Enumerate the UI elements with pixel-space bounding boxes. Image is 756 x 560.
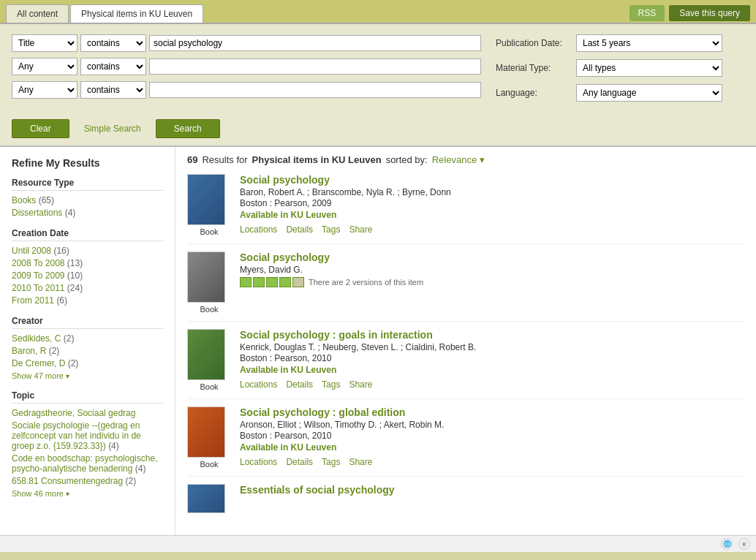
result-avail-3: Available in KU Leuven xyxy=(240,365,744,375)
publication-date-select[interactable]: Last 5 yearsLast 10 yearsLast yearAny ti… xyxy=(576,34,722,52)
result-title-5[interactable]: Essentials of social psychology xyxy=(240,484,395,496)
language-row: Language: Any languageEnglishDutch xyxy=(496,84,744,102)
book-cover-5 xyxy=(187,484,225,513)
facet-link-topic2[interactable]: Sociale psychologie --(gedrag en zelfcon… xyxy=(12,420,141,451)
main-results: 69 Results for Physical items in KU Leuv… xyxy=(175,147,756,535)
share-link-1[interactable]: Share xyxy=(349,224,372,235)
list-item: 2009 To 2009 (10) xyxy=(12,270,163,281)
locations-link-3[interactable]: Locations xyxy=(240,379,277,390)
share-link-3[interactable]: Share xyxy=(349,379,372,390)
result-thumbnail-5 xyxy=(187,484,231,513)
facet-count-books: (65) xyxy=(39,195,54,205)
details-link-1[interactable]: Details xyxy=(286,224,313,235)
share-link-4[interactable]: Share xyxy=(349,457,372,467)
show-more-creator[interactable]: Show 47 more ▾ xyxy=(12,371,163,380)
facet-count: (4) xyxy=(135,463,146,474)
result-title-2[interactable]: Social psychology xyxy=(240,251,330,263)
facet-count: (6) xyxy=(56,295,67,306)
locations-link-1[interactable]: Locations xyxy=(240,224,277,235)
facet-count: (10) xyxy=(67,270,83,281)
result-type-3: Book xyxy=(187,382,231,391)
book-cover-1 xyxy=(187,174,225,225)
search-row-2: AnyTitleAuthorSubject containsdoes not c… xyxy=(12,58,481,75)
search-input-2[interactable] xyxy=(149,58,481,75)
book-cover-3 xyxy=(187,329,225,380)
search-panel: TitleAnyAuthorSubject containsdoes not c… xyxy=(0,24,756,147)
tab-physical-items[interactable]: Physical items in KU Leuven xyxy=(70,4,203,23)
version-seg xyxy=(266,277,278,287)
table-row: Book Social psychology : goals in intera… xyxy=(187,329,744,399)
list-item: Gedragstheorie, Sociaal gedrag xyxy=(12,408,163,418)
facet-count: (2) xyxy=(68,358,79,368)
language-select[interactable]: Any languageEnglishDutch xyxy=(576,84,722,102)
field-select-1[interactable]: TitleAnyAuthorSubject xyxy=(12,34,78,52)
simple-search-link[interactable]: Simple Search xyxy=(84,124,141,134)
clear-button[interactable]: Clear xyxy=(12,119,69,138)
status-bar: 🌐 e xyxy=(0,535,756,552)
search-button[interactable]: Search xyxy=(156,119,220,138)
material-type-select[interactable]: All typesBooksArticles xyxy=(576,59,722,77)
facet-link-decremer[interactable]: De Cremer, D xyxy=(12,358,65,368)
material-type-row: Material Type: All typesBooksArticles xyxy=(496,59,744,77)
facet-link-from2011[interactable]: From 2011 xyxy=(12,295,54,306)
facet-link-topic1[interactable]: Gedragstheorie, Sociaal gedrag xyxy=(12,408,135,418)
result-pub-3: Boston : Pearson, 2010 xyxy=(240,353,744,363)
result-title-1[interactable]: Social psychology xyxy=(240,174,330,186)
facet-link-dissertations[interactable]: Dissertations xyxy=(12,208,62,218)
list-item: Code en boodschap: psychologische, psych… xyxy=(12,453,163,474)
show-more-topic[interactable]: Show 46 more ▾ xyxy=(12,489,163,498)
facet-resource-type-title: Resource Type xyxy=(12,178,163,191)
facet-resource-type: Resource Type Books (65) Dissertations (… xyxy=(12,178,163,218)
search-input-1[interactable] xyxy=(149,35,481,51)
tags-link-4[interactable]: Tags xyxy=(322,457,340,467)
tab-all-content[interactable]: All content xyxy=(6,4,69,23)
result-title-3[interactable]: Social psychology : goals in interaction xyxy=(240,329,433,341)
facet-link-2009to2009[interactable]: 2009 To 2009 xyxy=(12,270,65,281)
field-select-2[interactable]: AnyTitleAuthorSubject xyxy=(12,58,78,75)
table-row: Book Social psychology : global edition … xyxy=(187,406,744,477)
facet-link-sedikides[interactable]: Sedikides, C xyxy=(12,333,61,344)
tags-link-3[interactable]: Tags xyxy=(322,379,340,390)
results-header: 69 Results for Physical items in KU Leuv… xyxy=(187,154,744,165)
facet-count: (16) xyxy=(53,246,69,256)
facet-link-2010to2011[interactable]: 2010 To 2011 xyxy=(12,283,65,293)
save-query-button[interactable]: Save this query xyxy=(669,5,750,21)
list-item: Dissertations (4) xyxy=(12,208,163,218)
facet-count: (2) xyxy=(125,476,136,486)
sort-relevance-link[interactable]: Relevance ▾ xyxy=(432,154,485,165)
result-avail-4: Available in KU Leuven xyxy=(240,442,744,453)
condition-select-2[interactable]: containsdoes not containis xyxy=(80,58,146,75)
sidebar: Refine My Results Resource Type Books (6… xyxy=(0,147,175,535)
facet-count: (24) xyxy=(67,283,83,293)
locations-link-4[interactable]: Locations xyxy=(240,457,277,467)
tags-link-1[interactable]: Tags xyxy=(322,224,340,235)
facet-link-baron[interactable]: Baron, R xyxy=(12,346,46,356)
list-item: Sociale psychologie --(gedrag en zelfcon… xyxy=(12,420,163,451)
list-item: From 2011 (6) xyxy=(12,295,163,306)
details-link-3[interactable]: Details xyxy=(286,379,313,390)
facet-count: (2) xyxy=(64,333,75,344)
facet-count: (4) xyxy=(108,441,119,451)
results-label: Results for xyxy=(202,154,247,165)
facet-link-until2008[interactable]: Until 2008 xyxy=(12,246,51,256)
facet-creator: Creator Sedikides, C (2) Baron, R (2) De… xyxy=(12,316,163,380)
result-actions-4: Locations Details Tags Share xyxy=(240,457,744,467)
condition-select-1[interactable]: containsdoes not containis xyxy=(80,34,146,52)
top-bar: All content Physical items in KU Leuven … xyxy=(0,0,756,24)
search-fields: TitleAnyAuthorSubject containsdoes not c… xyxy=(12,34,744,109)
condition-select-3[interactable]: containsdoes not containis xyxy=(80,81,146,99)
globe-icon: 🌐 xyxy=(721,538,733,550)
publication-date-row: Publication Date: Last 5 yearsLast 10 ye… xyxy=(496,34,744,52)
field-select-3[interactable]: AnyTitleAuthorSubject xyxy=(12,81,78,99)
search-input-3[interactable] xyxy=(149,82,481,98)
rss-button[interactable]: RSS xyxy=(630,5,665,21)
facet-link-topic4[interactable]: 658.81 Consumentengedrag xyxy=(12,476,123,486)
result-title-4[interactable]: Social psychology : global edition xyxy=(240,406,405,418)
facet-link-books[interactable]: Books xyxy=(12,195,36,205)
ie-icon: e xyxy=(738,538,750,550)
sort-label: sorted by: xyxy=(386,154,428,165)
material-type-label: Material Type: xyxy=(496,63,576,73)
facet-link-2008to2008[interactable]: 2008 To 2008 xyxy=(12,258,65,268)
book-cover-2 xyxy=(187,251,225,303)
details-link-4[interactable]: Details xyxy=(286,457,313,467)
